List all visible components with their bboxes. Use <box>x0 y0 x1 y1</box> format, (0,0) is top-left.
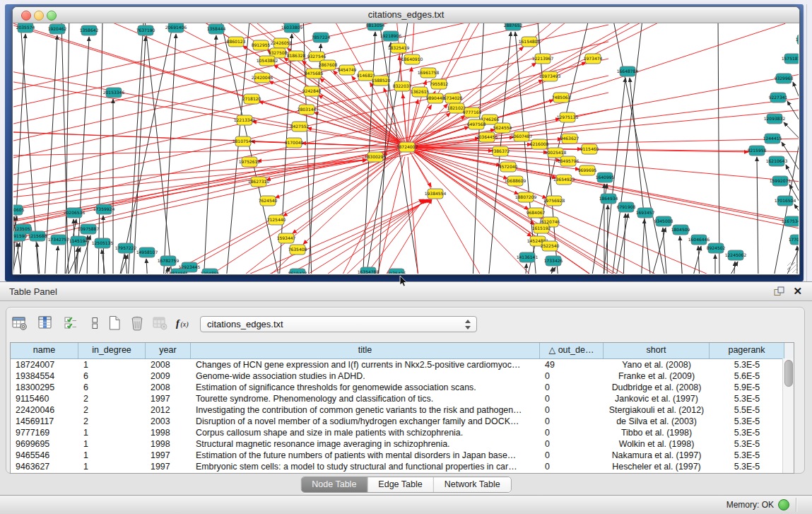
network-edge[interactable] <box>234 199 423 274</box>
network-node[interactable]: 16210643 <box>766 156 788 166</box>
network-edge[interactable] <box>680 236 683 274</box>
network-node[interactable]: 20153346 <box>103 88 125 98</box>
select-columns-icon[interactable] <box>35 315 55 333</box>
network-node[interactable]: 15751874 <box>782 54 799 64</box>
network-node[interactable]: 2803144 <box>298 105 317 115</box>
float-window-icon[interactable] <box>774 286 785 299</box>
network-node[interactable]: 18640910 <box>401 54 423 64</box>
network-node[interactable]: 1358444 <box>207 24 226 34</box>
network-node[interactable]: 22426058 <box>271 38 293 48</box>
network-node[interactable]: 10973493 <box>539 71 561 81</box>
network-node[interactable]: 8813054 <box>366 23 385 30</box>
network-node[interactable]: 17957222 <box>115 243 137 253</box>
network-node[interactable]: 10975887 <box>78 224 100 234</box>
network-node[interactable]: 1733426 <box>544 256 563 266</box>
table-row[interactable]: 1938455462009Genome-wide association stu… <box>11 370 794 382</box>
network-edge[interactable] <box>726 262 738 274</box>
table-row[interactable]: 977716911998Corpus callosum shape and si… <box>11 427 794 438</box>
network-node[interactable]: 1215688 <box>28 231 47 241</box>
network-node[interactable]: 7386372 <box>491 146 510 156</box>
network-node[interactable]: 18807209 <box>515 192 537 202</box>
network-node[interactable]: 16961758 <box>418 68 440 78</box>
network-edge[interactable] <box>163 34 176 274</box>
network-node[interactable]: 14136141 <box>517 252 539 262</box>
network-edge[interactable] <box>412 23 430 57</box>
network-node[interactable]: 1615192 <box>532 223 551 233</box>
network-node[interactable]: 1244415 <box>763 134 782 144</box>
network-node[interactable]: 9777169 <box>463 107 482 117</box>
network-edge[interactable] <box>525 264 526 274</box>
network-node[interactable]: 9135426 <box>387 269 406 274</box>
scrollbar-thumb[interactable] <box>784 360 793 387</box>
network-node[interactable]: 19756928 <box>543 196 565 206</box>
delete-icon[interactable] <box>127 315 147 333</box>
import-table-icon[interactable] <box>150 315 170 333</box>
table-scrollbar[interactable] <box>782 358 794 473</box>
network-edge[interactable] <box>119 23 175 274</box>
network-edge[interactable] <box>718 23 719 274</box>
network-node[interactable]: 12213967 <box>532 54 554 64</box>
network-edge[interactable] <box>399 56 407 147</box>
network-edge[interactable] <box>252 122 407 147</box>
network-node[interactable]: 10688609 <box>505 176 526 186</box>
network-edge[interactable] <box>283 147 407 216</box>
network-node[interactable]: 16782759 <box>158 256 180 266</box>
network-edge[interactable] <box>459 23 712 107</box>
network-node[interactable]: 18495796 <box>558 156 579 166</box>
network-node[interactable]: 16046446 <box>688 235 710 245</box>
network-node[interactable]: 9699695 <box>578 165 597 175</box>
network-node[interactable]: 1358642 <box>80 25 99 35</box>
network-node[interactable]: 1973474 <box>584 54 603 64</box>
table-row[interactable]: 1456911722003Disruption of a novel membe… <box>11 416 794 427</box>
network-node[interactable]: 7857224 <box>312 33 331 42</box>
network-canvas[interactable]: 1872400718300295886012389129552242605893… <box>13 23 799 274</box>
network-node[interactable]: 1640995 <box>596 173 615 182</box>
network-node[interactable]: 5624554 <box>493 123 512 133</box>
network-node[interactable]: 20206536 <box>64 208 86 218</box>
network-edge[interactable] <box>787 101 799 160</box>
network-node[interactable]: 9170040 <box>285 138 304 148</box>
network-edge[interactable] <box>473 23 484 274</box>
network-node[interactable]: 9463627 <box>560 134 579 144</box>
network-node[interactable]: 7125440 <box>267 215 286 225</box>
network-edge[interactable] <box>607 205 608 274</box>
table-row[interactable]: 946362711997Embryonic stem cells: a mode… <box>11 461 794 472</box>
network-edge[interactable] <box>615 214 628 274</box>
network-node[interactable]: 16154808 <box>519 37 541 47</box>
network-node[interactable]: 8215958 <box>748 146 767 156</box>
network-node[interactable]: 7635408 <box>288 245 307 255</box>
network-edge[interactable] <box>612 23 666 274</box>
network-node[interactable]: 7485063 <box>552 93 571 103</box>
network-edge[interactable] <box>542 137 799 144</box>
network-edge[interactable] <box>623 214 625 274</box>
network-node[interactable]: 17342757 <box>48 235 70 245</box>
network-node[interactable]: 1588520 <box>372 76 391 86</box>
network-node[interactable]: 9345008 <box>654 216 673 226</box>
network-node[interactable]: 2522540 <box>541 241 560 251</box>
network-edge[interactable] <box>13 127 397 146</box>
column-header-pagerank[interactable]: pagerank <box>710 343 784 358</box>
table-selector-dropdown[interactable]: citations_edges.txt <box>200 316 477 332</box>
network-edge[interactable] <box>98 23 102 274</box>
table-row[interactable]: 1830029562008Estimation of significance … <box>11 382 794 393</box>
column-check-icon[interactable] <box>61 315 81 333</box>
network-node[interactable]: 18627310 <box>248 177 270 187</box>
column-header-title[interactable]: title <box>191 343 540 358</box>
network-node[interactable]: 6216008 <box>530 139 549 149</box>
network-node[interactable]: 17016504 <box>775 196 796 206</box>
network-node[interactable]: 8427552 <box>290 122 310 132</box>
network-node[interactable]: 16033809 <box>281 23 303 33</box>
network-edge[interactable] <box>567 180 799 246</box>
network-node[interactable]: 20364456 <box>476 132 498 142</box>
column-header-out_de[interactable]: △ out_de… <box>540 343 604 358</box>
network-node[interactable]: 19384554 <box>425 189 447 199</box>
network-node[interactable]: 2887652 <box>504 23 523 30</box>
table-settings-icon[interactable] <box>10 315 30 333</box>
network-node[interactable]: 6734028 <box>444 93 463 103</box>
network-node[interactable]: 8619428 <box>288 269 307 274</box>
network-node[interactable]: 18325419 <box>388 43 410 53</box>
network-node[interactable]: 6791908 <box>617 202 636 212</box>
network-node[interactable]: 8475685 <box>305 69 324 78</box>
network-node[interactable]: 10543862 <box>257 56 278 66</box>
network-node[interactable]: 16354788 <box>358 267 379 274</box>
